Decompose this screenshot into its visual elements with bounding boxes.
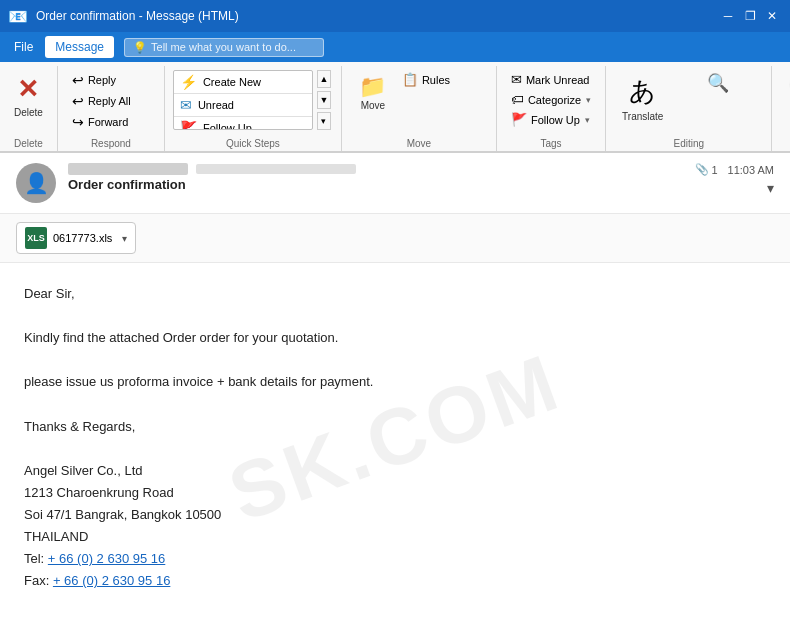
attachment-item-xls[interactable]: XLS 0617773.xls ▾ [16, 222, 136, 254]
rules-button[interactable]: 📋 Rules [398, 70, 488, 89]
body-fax: Fax: + 66 (0) 2 630 95 16 [24, 570, 766, 592]
editing-group-label: Editing [673, 138, 704, 149]
delete-icon: ✕ [17, 74, 39, 105]
expand-button[interactable]: ▾ [767, 180, 774, 196]
ribbon-group-quicksteps: ⚡ Dear Sir, Create New ✉ Unread 🚩 Follow… [165, 66, 342, 151]
quick-step-unread[interactable]: ✉ Unread [174, 94, 312, 117]
xls-icon: XLS [25, 227, 47, 249]
quick-steps-box: ⚡ Dear Sir, Create New ✉ Unread 🚩 Follow… [173, 70, 313, 130]
ribbon-group-zoom: 🔍 Zoom Zoom [772, 66, 790, 151]
delete-group-label: Delete [14, 138, 43, 149]
reply-button[interactable]: ↩ Reply [66, 70, 156, 90]
body-greeting: Dear Sir, [24, 283, 766, 305]
title-bar-left: 📧 Order confirmation - Message (HTML) [8, 7, 239, 26]
respond-stack: ↩ Reply ↩ Reply All ↪ Forward [66, 70, 156, 132]
tell-me-search[interactable]: 💡 Tell me what you want to do... [124, 38, 324, 57]
sender-avatar: 👤 [16, 163, 56, 203]
body-tel: Tel: + 66 (0) 2 630 95 16 [24, 548, 766, 570]
search-editing-button[interactable]: 🔍 [673, 70, 763, 96]
email-meta-right: 📎 1 11:03 AM ▾ [695, 163, 774, 196]
attachment-filename: 0617773.xls [53, 232, 112, 244]
email-body: SK.COM Dear Sir, Kindly find the attache… [0, 263, 790, 612]
follow-up-tag-button[interactable]: 🚩 Follow Up ▾ [505, 110, 597, 129]
quicksteps-group-label: Quick Steps [226, 138, 280, 149]
body-regards: Thanks & Regards, [24, 416, 766, 438]
fax-label: Fax: [24, 573, 53, 588]
minimize-button[interactable]: ─ [718, 6, 738, 26]
close-button[interactable]: ✕ [762, 6, 782, 26]
avatar-icon: 👤 [24, 171, 49, 195]
quicksteps-group-content: ⚡ Dear Sir, Create New ✉ Unread 🚩 Follow… [173, 70, 333, 136]
ribbon-group-delete: ✕ Delete Delete [0, 66, 58, 151]
mark-unread-icon: ✉ [511, 72, 522, 87]
categorize-dropdown-icon: ▾ [586, 95, 591, 105]
attachment-count: 1 [711, 164, 717, 176]
menu-message[interactable]: Message [45, 36, 114, 58]
body-country: THAILAND [24, 526, 766, 548]
forward-icon: ↪ [72, 114, 84, 130]
mark-unread-button[interactable]: ✉ Mark Unread [505, 70, 597, 89]
followup-dropdown-icon: ▾ [585, 115, 590, 125]
categorize-label: Categorize [528, 94, 581, 106]
email-body-text: Dear Sir, Kindly find the attached Order… [24, 283, 766, 592]
follow-up-label: Follow Up [203, 122, 252, 130]
zoom-button[interactable]: 🔍 Zoom [780, 70, 790, 122]
restore-button[interactable]: ❐ [740, 6, 760, 26]
quick-step-follow-up[interactable]: 🚩 Follow Up [174, 117, 312, 130]
rules-label: Rules [422, 74, 450, 86]
email-subject: Order confirmation [68, 177, 695, 192]
reply-label: Reply [88, 74, 116, 86]
attachment-indicator: 📎 1 11:03 AM [695, 163, 774, 176]
create-new-text: Create New [203, 76, 261, 88]
translate-button[interactable]: あ Translate [614, 70, 671, 126]
search-hint: Tell me what you want to do... [151, 41, 296, 53]
reply-all-button[interactable]: ↩ Reply All [66, 91, 156, 111]
quicksteps-arrows: ▲ ▼ ▾ [315, 70, 333, 130]
menu-file[interactable]: File [4, 36, 43, 58]
ribbon-group-editing: あ Translate 🔍 Editing [606, 66, 772, 151]
rules-icon: 📋 [402, 72, 418, 87]
mark-unread-label: Mark Unread [526, 74, 590, 86]
translate-label: Translate [622, 111, 663, 122]
follow-up-tag-label: Follow Up [531, 114, 580, 126]
move-small-stack: 📋 Rules [398, 70, 488, 89]
delete-label: Delete [14, 107, 43, 118]
move-group-content: 📁 Move 📋 Rules [350, 70, 488, 136]
tel-link[interactable]: + 66 (0) 2 630 95 16 [48, 551, 165, 566]
ribbon-group-move: 📁 Move 📋 Rules Move [342, 66, 497, 151]
sender-name-redacted [68, 163, 188, 175]
sender-row [68, 163, 695, 175]
folder-icon: 📁 [359, 74, 386, 100]
categorize-button[interactable]: 🏷 Categorize ▾ [505, 90, 597, 109]
window-title: Order confirmation - Message (HTML) [36, 9, 239, 23]
reply-icon: ↩ [72, 72, 84, 88]
quicksteps-expand-button[interactable]: ▾ [317, 112, 331, 130]
tel-label: Tel: [24, 551, 48, 566]
delete-button[interactable]: ✕ Delete [8, 70, 49, 122]
editing-group-content: あ Translate 🔍 [614, 70, 763, 136]
ribbon: ✕ Delete Delete ↩ Reply ↩ Reply All ↪ Fo… [0, 62, 790, 152]
editing-small-stack: 🔍 [673, 70, 763, 96]
email-header: 👤 Order confirmation 📎 1 11:03 AM ▾ [0, 153, 790, 214]
quicksteps-down-button[interactable]: ▼ [317, 91, 331, 109]
fax-link[interactable]: + 66 (0) 2 630 95 16 [53, 573, 170, 588]
move-button[interactable]: 📁 Move [350, 70, 396, 115]
move-group-label: Move [407, 138, 431, 149]
follow-up-icon: 🚩 [180, 120, 197, 130]
follow-up-tag-icon: 🚩 [511, 112, 527, 127]
unread-label: Unread [198, 99, 234, 111]
paperclip-icon: 📎 [695, 163, 709, 176]
forward-button[interactable]: ↪ Forward [66, 112, 156, 132]
title-bar: 📧 Order confirmation - Message (HTML) ─ … [0, 0, 790, 32]
reply-all-icon: ↩ [72, 93, 84, 109]
quick-step-create-new[interactable]: ⚡ Dear Sir, Create New [174, 71, 312, 94]
body-address2: Soi 47/1 Bangrak, Bangkok 10500 [24, 504, 766, 526]
attachment-dropdown-icon[interactable]: ▾ [122, 233, 127, 244]
respond-group-label: Respond [91, 138, 131, 149]
quicksteps-up-button[interactable]: ▲ [317, 70, 331, 88]
menu-bar: File Message 💡 Tell me what you want to … [0, 32, 790, 62]
delete-group-content: ✕ Delete [8, 70, 49, 136]
tags-group-content: ✉ Mark Unread 🏷 Categorize ▾ 🚩 Follow Up… [505, 70, 597, 136]
lightbulb-icon: 💡 [133, 41, 147, 54]
tags-buttons: ✉ Mark Unread 🏷 Categorize ▾ 🚩 Follow Up… [505, 70, 597, 129]
